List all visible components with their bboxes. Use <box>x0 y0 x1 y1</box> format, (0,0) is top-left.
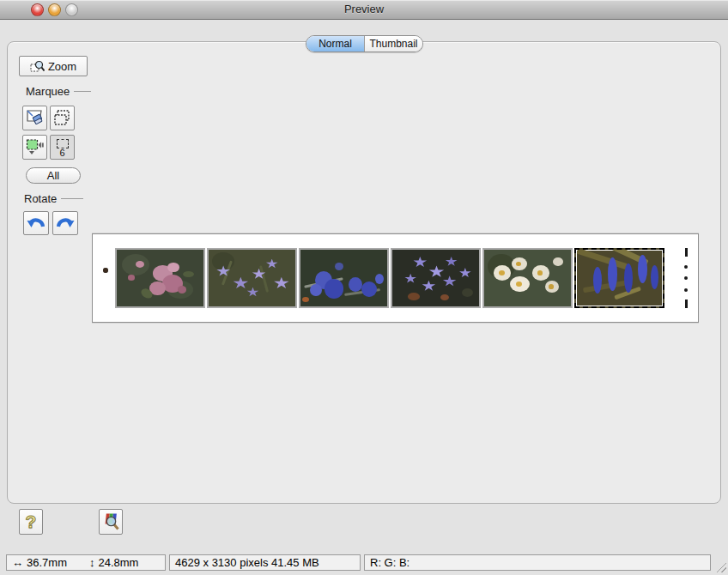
thumbnail-flower-shape <box>446 257 458 267</box>
rotate-label-rule <box>61 198 83 199</box>
marquee-count-icon <box>57 139 69 148</box>
thumbnail-flower-shape <box>549 284 554 288</box>
thumbnail-flower-shape <box>440 294 449 300</box>
thumbnail-flower-shape <box>361 281 377 297</box>
tab-thumbnail[interactable]: Thumbnail <box>364 36 422 51</box>
densitometer-button[interactable] <box>99 509 123 535</box>
zoom-button-label: Zoom <box>48 60 76 73</box>
marquee-label-rule <box>74 91 91 92</box>
rotate-group-label: Rotate <box>24 192 83 205</box>
rotate-left-button[interactable] <box>23 211 49 235</box>
preview-window: Preview Normal Thumbnail Zoom Marquee <box>0 0 728 575</box>
marquee-count-value: 6 <box>59 148 64 158</box>
view-mode-tabs: Normal Thumbnail <box>306 35 423 52</box>
thumbnail-flower-shape <box>167 263 179 273</box>
thumbnail-flower-shape <box>413 257 427 268</box>
thumbnail-flower-shape <box>183 271 194 277</box>
thumbnail-flower-shape <box>246 288 258 298</box>
thumbnail-flower-shape <box>178 286 186 294</box>
filmstrip-thumbs <box>115 248 664 308</box>
marquee-count-display: 6 <box>50 135 75 160</box>
film-thumbnail-selected[interactable] <box>574 248 664 308</box>
duplicate-marquee-button[interactable] <box>50 106 75 130</box>
thumbnail-flower-shape <box>624 263 633 293</box>
film-edge-marker-bar <box>685 248 688 257</box>
film-thumbnail[interactable] <box>391 248 481 308</box>
selection-height-value: 24.8mm <box>98 556 138 569</box>
thumbnail-flower-shape <box>302 297 309 302</box>
thumbnail-flower-shape <box>375 274 384 284</box>
zoom-icon <box>30 60 45 73</box>
rotate-left-icon <box>27 215 46 232</box>
status-image-info: 4629 x 3130 pixels 41.45 MB <box>169 554 361 571</box>
thumbnail-flower-shape <box>325 279 343 298</box>
title-bar: Preview <box>0 0 728 20</box>
window-title: Preview <box>0 3 728 15</box>
help-icon: ? <box>26 511 37 532</box>
film-edge-marker-dot <box>684 265 688 269</box>
film-edge-markers <box>680 248 692 308</box>
thumbnail-flower-shape <box>404 274 416 284</box>
film-thumbnail[interactable] <box>207 248 297 308</box>
thumbnail-flower-shape <box>553 257 563 267</box>
width-arrow-icon: ↔ <box>12 556 23 569</box>
thumbnail-flower-shape <box>462 288 473 297</box>
height-arrow-icon: ↕ <box>89 556 95 569</box>
delete-marquee-icon <box>26 109 45 127</box>
film-index-dot <box>103 268 108 273</box>
zoom-button[interactable]: Zoom <box>19 56 88 76</box>
thumbnail-flower-shape <box>233 277 248 290</box>
thumbnail-flower-shape <box>422 281 435 292</box>
marquee-group-label: Marquee <box>26 85 91 98</box>
film-thumbnail[interactable] <box>299 248 389 308</box>
image-size-value: 4629 x 3130 pixels 41.45 MB <box>175 556 319 569</box>
thumbnail-flower-shape <box>459 268 471 278</box>
thumbnail-flower-shape <box>638 255 647 283</box>
densitometer-icon <box>102 512 120 531</box>
tab-normal[interactable]: Normal <box>306 36 364 51</box>
window-resize-grip[interactable] <box>715 561 726 572</box>
thumbnail-flower-shape <box>583 280 627 293</box>
film-preview-area[interactable] <box>92 233 699 323</box>
all-button-label: All <box>47 169 59 182</box>
status-rgb-readout: R: G: B: <box>364 554 711 571</box>
film-edge-marker-dot <box>684 288 688 292</box>
rotate-right-icon <box>56 215 75 232</box>
film-thumbnail[interactable] <box>115 248 205 308</box>
film-edge-marker-bar <box>685 300 688 308</box>
thumbnail-flower-shape <box>443 275 457 287</box>
status-selection-size: ↔ 36.7mm ↕ 24.8mm <box>6 554 166 571</box>
thumbnail-flower-shape <box>651 265 658 289</box>
film-edge-marker-dot <box>684 276 688 280</box>
auto-locate-marquee-icon <box>26 138 45 156</box>
select-all-marquees-button[interactable]: All <box>26 167 81 184</box>
delete-marquee-button[interactable] <box>22 106 47 130</box>
thumbnail-flower-shape <box>310 284 322 297</box>
rotate-right-button[interactable] <box>52 211 78 235</box>
thumbnail-flower-shape <box>537 270 543 275</box>
thumbnail-flower-shape <box>259 266 269 293</box>
thumbnail-flower-shape <box>335 263 343 270</box>
help-button[interactable]: ? <box>19 509 43 535</box>
rgb-values: R: G: B: <box>370 556 410 569</box>
thumbnail-flower-shape <box>266 259 278 269</box>
selection-width-value: 36.7mm <box>27 556 67 569</box>
thumbnail-flower-shape <box>349 277 362 292</box>
thumbnail-flower-shape <box>428 265 444 278</box>
film-thumbnail[interactable] <box>482 248 573 308</box>
thumbnail-flower-shape <box>274 277 289 290</box>
duplicate-marquee-icon <box>53 109 71 127</box>
thumbnail-flower-shape <box>408 293 420 300</box>
thumbnail-flower-shape <box>128 275 135 281</box>
auto-locate-marquee-button[interactable] <box>22 135 47 160</box>
